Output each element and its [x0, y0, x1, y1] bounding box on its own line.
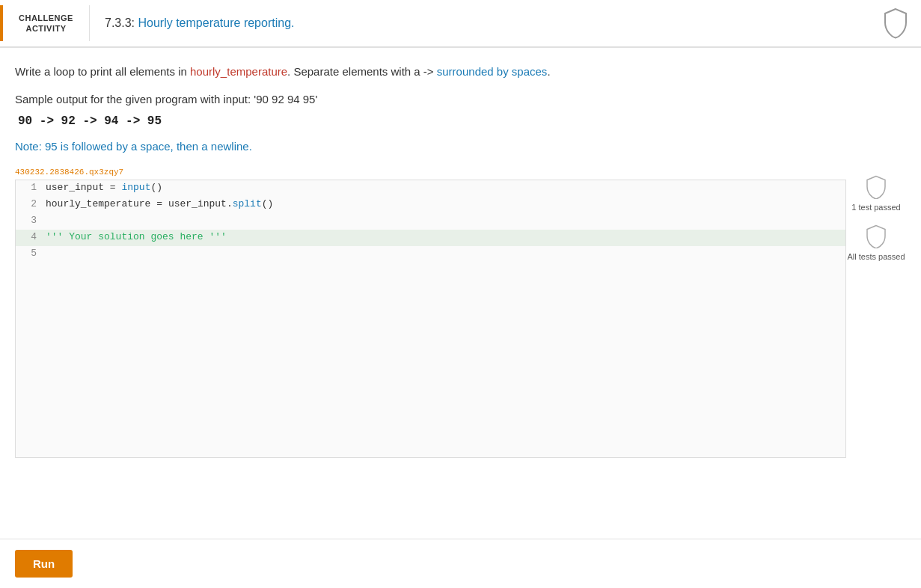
- line-content-4: ''' Your solution goes here ''': [43, 230, 845, 244]
- code-editor[interactable]: 1 user_input = input() 2 hourly_temperat…: [15, 180, 846, 458]
- challenge-badge: CHALLENGE ACTIVITY: [0, 5, 90, 42]
- code-output-display: 90 -> 92 -> 94 -> 95: [18, 114, 906, 128]
- line-number-1: 1: [16, 180, 43, 195]
- code-ref-hourly: hourly_temperature: [190, 65, 287, 78]
- test2-label: All tests passed: [847, 251, 905, 262]
- line-content-2: hourly_temperature = user_input.split(): [43, 197, 845, 211]
- line-number-4: 4: [16, 230, 43, 244]
- sample-output-label: Sample output for the given program with…: [15, 93, 906, 105]
- challenge-badge-line2: ACTIVITY: [25, 23, 66, 34]
- editor-section: 430232.2838426.qx3zqy7 1 user_input = in…: [15, 168, 906, 458]
- line-content-5: [43, 246, 845, 249]
- shield-icon-test2: [866, 224, 887, 248]
- run-button[interactable]: Run: [15, 550, 73, 578]
- test-badge-2: All tests passed: [847, 224, 905, 262]
- challenge-badge-line1: CHALLENGE: [19, 13, 73, 23]
- surrounded-text: surrounded by spaces: [437, 65, 548, 78]
- test-badge-1: 1 test passed: [851, 175, 900, 212]
- line-content-1: user_input = input(): [43, 180, 845, 195]
- editor-wrapper: 430232.2838426.qx3zqy7 1 user_input = in…: [15, 168, 846, 458]
- code-line-2: 2 hourly_temperature = user_input.split(…: [16, 197, 845, 213]
- editor-empty-space: [16, 263, 845, 457]
- description-line1: Write a loop to print all elements in ho…: [15, 63, 906, 81]
- editor-id: 430232.2838426.qx3zqy7: [15, 168, 846, 177]
- line-number-5: 5: [16, 246, 43, 260]
- main-content: Write a loop to print all elements in ho…: [0, 48, 921, 539]
- header: CHALLENGE ACTIVITY 7.3.3: Hourly tempera…: [0, 0, 921, 48]
- line-number-3: 3: [16, 213, 43, 227]
- test1-label: 1 test passed: [851, 202, 900, 212]
- code-line-3: 3: [16, 213, 845, 230]
- shield-icon-test1: [866, 175, 887, 199]
- shield-icon-header: [882, 7, 909, 39]
- code-line-1: 1 user_input = input(): [16, 180, 845, 197]
- code-line-4: 4 ''' Your solution goes here ''': [16, 230, 845, 246]
- title-number: 7.3.3:: [105, 16, 135, 29]
- note-text: Note: 95 is followed by a space, then a …: [15, 140, 906, 153]
- header-title: 7.3.3: Hourly temperature reporting.: [90, 9, 882, 37]
- run-bar: Run: [0, 539, 921, 588]
- code-line-5: 5: [16, 246, 845, 263]
- app-container: CHALLENGE ACTIVITY 7.3.3: Hourly tempera…: [0, 0, 921, 588]
- line-content-3: [43, 213, 845, 216]
- side-panel: 1 test passed All tests passed: [846, 168, 906, 458]
- title-text: Hourly temperature reporting.: [138, 16, 294, 29]
- line-number-2: 2: [16, 197, 43, 211]
